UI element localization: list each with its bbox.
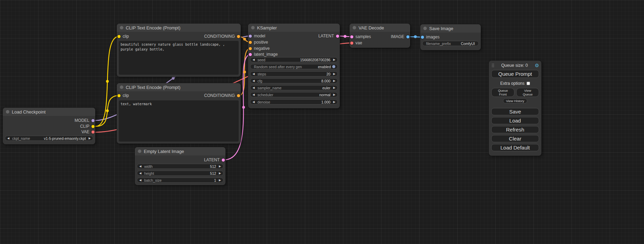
load-default-button[interactable]: Load Default <box>491 144 539 151</box>
increment-arrow-icon[interactable]: ▶ <box>333 101 335 103</box>
decrement-arrow-icon[interactable]: ◀ <box>253 101 255 103</box>
slot-label: clip <box>123 34 129 39</box>
slot-dot[interactable] <box>350 42 353 45</box>
load-button[interactable]: Load <box>491 117 539 124</box>
link-midpoint-dot <box>414 35 417 38</box>
node-ksampler[interactable]: KSampler model positive negative latent_… <box>248 24 340 108</box>
slot-dot[interactable] <box>249 41 252 44</box>
slot-dot[interactable] <box>91 125 95 128</box>
filename-prefix-widget[interactable]: filename_prefix ComfyUI <box>422 41 479 46</box>
settings-gear-icon[interactable]: ⚙ <box>535 63 539 68</box>
increment-arrow-icon[interactable]: ▶ <box>89 137 91 140</box>
increment-arrow-icon[interactable]: ▶ <box>219 172 221 175</box>
decrement-arrow-icon[interactable]: ◀ <box>253 73 255 75</box>
slot-dot[interactable] <box>222 159 225 162</box>
link-midpoint-dot <box>344 35 346 38</box>
node-empty-latent-image[interactable]: Empty Latent Image LATENT ◀ width 512 ▶ … <box>135 147 226 185</box>
slot-dot[interactable] <box>237 35 240 38</box>
ckpt-name-widget[interactable]: ◀ ckpt_name v1-5-pruned-emaonly.ckpt ▶ <box>5 136 93 141</box>
drag-handle-icon[interactable] <box>492 64 494 67</box>
node-load-checkpoint[interactable]: Load Checkpoint MODEL CLIP VAE ◀ ckpt_na… <box>3 108 95 144</box>
slot-label: CONDITIONING <box>204 93 235 98</box>
sampler-name-widget[interactable]: ◀ sampler_name euler ▶ <box>250 85 338 90</box>
slot-dot[interactable] <box>249 47 252 50</box>
node-status-dot <box>6 110 9 114</box>
node-title-bar: CLIP Text Encode (Prompt) <box>117 83 241 91</box>
width-widget[interactable]: ◀ width 512 ▶ <box>137 164 223 169</box>
node-title: VAE Decode <box>359 25 384 30</box>
node-graph-canvas[interactable]: Load Checkpoint MODEL CLIP VAE ◀ ckpt_na… <box>0 0 644 244</box>
output-slot-image: IMAGE <box>391 34 409 39</box>
decrement-arrow-icon[interactable]: ◀ <box>253 93 255 96</box>
input-slot-latent-image: latent_image <box>249 52 278 57</box>
widget-value: 156680208700286 <box>300 58 330 62</box>
widget-value: 8.000 <box>321 79 330 83</box>
node-clip-text-encode-positive[interactable]: CLIP Text Encode (Prompt) clip CONDITION… <box>117 24 241 77</box>
random-seed-toggle-widget[interactable]: Random seed after every gen enabled <box>250 64 338 69</box>
slot-label: negative <box>254 46 270 51</box>
batch-size-widget[interactable]: ◀ batch_size 1 ▶ <box>137 178 223 183</box>
increment-arrow-icon[interactable]: ▶ <box>333 93 335 96</box>
increment-arrow-icon[interactable]: ▶ <box>333 58 335 61</box>
slot-dot[interactable] <box>336 35 339 38</box>
increment-arrow-icon[interactable]: ▶ <box>333 73 335 75</box>
node-vae-decode[interactable]: VAE Decode samples vae IMAGE <box>350 24 410 48</box>
node-save-image[interactable]: Save Image images filename_prefix ComfyU… <box>420 24 481 50</box>
slot-label: model <box>254 34 265 38</box>
node-title-bar: KSampler <box>248 24 340 32</box>
seed-widget[interactable]: ◀ seed 156680208700286 ▶ <box>250 57 338 62</box>
decrement-arrow-icon[interactable]: ◀ <box>139 172 141 175</box>
slot-dot[interactable] <box>237 94 240 97</box>
increment-arrow-icon[interactable]: ▶ <box>333 87 335 89</box>
view-history-button[interactable]: View History <box>503 98 528 103</box>
cfg-widget[interactable]: ◀ cfg 8.000 ▶ <box>250 78 338 83</box>
decrement-arrow-icon[interactable]: ◀ <box>139 179 141 182</box>
toggle-knob[interactable] <box>332 65 335 68</box>
decrement-arrow-icon[interactable]: ◀ <box>139 165 141 168</box>
widget-value: euler <box>322 86 330 90</box>
positive-prompt-textarea[interactable]: beautiful scenery nature glass bottle la… <box>119 41 239 75</box>
extra-options-row: Extra options <box>491 81 539 86</box>
increment-arrow-icon[interactable]: ▶ <box>219 179 221 182</box>
node-clip-text-encode-negative[interactable]: CLIP Text Encode (Prompt) clip CONDITION… <box>117 83 241 144</box>
queue-front-button[interactable]: Queue Front <box>491 88 514 97</box>
node-title: Save Image <box>429 26 453 31</box>
slot-dot[interactable] <box>350 35 353 38</box>
slot-dot[interactable] <box>421 36 424 39</box>
node-status-dot <box>138 150 141 153</box>
slot-dot[interactable] <box>117 94 121 97</box>
view-queue-button[interactable]: View Queue <box>516 88 539 97</box>
increment-arrow-icon[interactable]: ▶ <box>333 80 335 82</box>
widget-value: enabled <box>318 65 331 69</box>
slot-dot[interactable] <box>91 130 95 134</box>
output-slot-latent: LATENT <box>318 34 339 38</box>
decrement-arrow-icon[interactable]: ◀ <box>253 87 255 89</box>
output-slot-conditioning: CONDITIONING <box>204 34 240 39</box>
queue-prompt-button[interactable]: Queue Prompt <box>491 70 539 78</box>
save-button[interactable]: Save <box>491 108 539 115</box>
widget-name: steps <box>257 72 266 76</box>
slot-dot[interactable] <box>249 53 252 56</box>
height-widget[interactable]: ◀ height 512 ▶ <box>137 171 223 176</box>
slot-dot[interactable] <box>91 119 95 122</box>
negative-prompt-textarea[interactable]: text, watermark <box>119 100 239 142</box>
increment-arrow-icon[interactable]: ▶ <box>219 165 221 168</box>
node-title-bar: Empty Latent Image <box>135 147 226 155</box>
extra-options-checkbox[interactable] <box>527 82 530 85</box>
clear-button[interactable]: Clear <box>491 135 539 142</box>
history-row: View History <box>491 98 539 103</box>
node-title-bar: VAE Decode <box>350 24 410 32</box>
steps-widget[interactable]: ◀ steps 20 ▶ <box>250 71 338 76</box>
slot-dot[interactable] <box>249 35 252 38</box>
widget-name: cfg <box>257 79 262 83</box>
widget-name: seed <box>257 58 265 62</box>
scheduler-widget[interactable]: ◀ scheduler normal ▶ <box>250 92 338 97</box>
slot-dot[interactable] <box>406 35 409 38</box>
decrement-arrow-icon[interactable]: ◀ <box>253 58 255 61</box>
refresh-button[interactable]: Refresh <box>491 126 539 133</box>
slot-label: latent_image <box>254 52 278 57</box>
decrement-arrow-icon[interactable]: ◀ <box>253 80 255 82</box>
slot-dot[interactable] <box>117 35 121 38</box>
denoise-widget[interactable]: ◀ denoise 1.000 ▶ <box>250 99 338 105</box>
decrement-arrow-icon[interactable]: ◀ <box>7 137 9 140</box>
